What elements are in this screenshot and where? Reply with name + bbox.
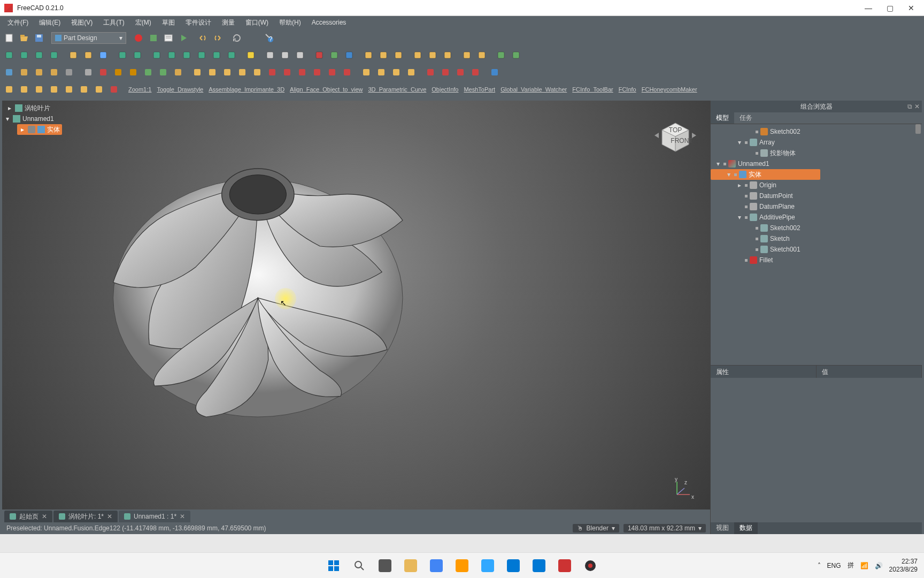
visibility-toggle[interactable] [756,131,758,133]
menu-h[interactable]: 帮助(H) [274,17,306,28]
tree-item[interactable]: Sketch [711,233,922,244]
tray-wifi-icon[interactable]: 📶 [860,562,868,569]
paste-button[interactable] [293,48,307,62]
revolution-button[interactable] [205,65,219,79]
model-tree[interactable]: Sketch002▾Array投影物体▾Unnamed1▾实体▸OriginDa… [711,124,922,365]
menu-[interactable]: 零件设计 [180,17,217,28]
visibility-toggle[interactable] [745,184,748,187]
taskbar-search-button[interactable] [349,555,370,576]
macro-link-objectinfo[interactable]: ObjectInfo [429,85,460,94]
tree-item[interactable]: Sketch002 [711,223,922,233]
sphere-check-button[interactable] [488,65,502,79]
taskbar-taskview-button[interactable] [374,555,396,576]
taskbar-start-button[interactable] [323,555,344,576]
subtractive-box-button[interactable] [107,82,121,96]
iso2-button[interactable] [130,48,144,62]
sync-button[interactable] [116,48,129,62]
part-common-button[interactable] [327,48,341,62]
macro-link-fchoneycombmaker[interactable]: FCHoneycombMaker [640,85,699,94]
new-button[interactable] [2,31,16,45]
macros-button[interactable] [161,31,175,45]
rear-button[interactable] [195,48,209,62]
bottom-button[interactable] [210,48,224,62]
tree-item[interactable]: Fillet [711,255,922,265]
close-icon[interactable]: ✕ [107,513,112,520]
tree-item[interactable]: ▸Origin [711,180,922,191]
line-button[interactable] [96,65,110,79]
tab-data[interactable]: 数据 [734,522,758,534]
chamfer-button[interactable] [438,65,452,79]
execute-macro-button[interactable] [176,31,190,45]
measure-button[interactable] [244,48,258,62]
link-button[interactable] [96,48,110,62]
taskbar-photoshop-button[interactable] [477,555,498,576]
macro-link-meshtopart[interactable]: MeshToPart [461,85,497,94]
taskbar-illustrator-button[interactable] [451,555,473,576]
plane-button[interactable] [111,65,125,79]
subhelix-button[interactable] [340,65,354,79]
taskbar-chrome-button[interactable] [426,555,447,576]
expand-icon[interactable]: ▸ [6,104,13,112]
fillet-button[interactable] [424,65,437,79]
taskbar-obs-button[interactable] [580,555,601,576]
maximize-button[interactable]: ▢ [886,4,894,12]
tray-input[interactable]: 拼 [848,561,854,570]
visibility-icon[interactable] [28,126,35,133]
menu-v[interactable]: 视图(V) [66,17,98,28]
validate-button[interactable] [62,65,76,79]
expand-icon[interactable]: ▾ [736,214,743,221]
additive-prism-button[interactable] [77,82,91,96]
expand-icon[interactable]: ▸ [19,126,26,133]
menu-accessories[interactable]: Accessories [306,18,352,27]
undock-icon[interactable]: ⧉ [907,103,912,110]
pipe-button[interactable] [235,65,249,79]
taskbar-phonelink-button[interactable] [528,555,550,576]
expand-icon[interactable]: ▾ [736,139,743,146]
additive-torus-button[interactable] [62,82,76,96]
copy-button[interactable] [278,48,292,62]
menu-e[interactable]: 编辑(E) [34,17,66,28]
taskbar-explorer-button[interactable] [400,555,421,576]
tree-item[interactable]: Sketch001 [711,244,922,255]
mirror-button[interactable] [359,65,373,79]
expand-icon[interactable]: ▾ [726,171,732,178]
taskbar-edge-button[interactable] [503,555,524,576]
stop-macro-button[interactable] [147,31,160,45]
close-button[interactable]: ✕ [907,4,915,12]
subpipe-button[interactable] [325,65,339,79]
polar-button[interactable] [389,65,403,79]
taskbar-freecad-button[interactable] [554,555,575,576]
additive-box-button[interactable] [2,82,16,96]
tree-item[interactable]: ▾实体 [711,169,820,180]
top-button[interactable] [165,48,179,62]
dimensions-readout[interactable]: 148.03 mm x 92.23 mm ▾ [623,524,706,533]
multi-button[interactable] [404,65,418,79]
tree-item[interactable]: ▾AdditivePipe [711,212,922,223]
box-zoom-button[interactable] [47,48,61,62]
macro-link-fcinfo_toolbar[interactable]: FCInfo_ToolBar [570,85,615,94]
visibility-toggle[interactable] [756,152,758,155]
hole-button[interactable] [280,65,294,79]
additive-cyl-button[interactable] [17,82,31,96]
scrollbar-thumb[interactable] [915,124,921,134]
visibility-toggle[interactable] [745,216,748,219]
tree-item[interactable]: DatumPlane [711,201,922,212]
visibility-toggle[interactable] [745,141,748,144]
nav-left-button[interactable] [66,48,80,62]
visibility-toggle[interactable] [756,248,758,251]
clone-button[interactable] [376,48,390,62]
visibility-toggle[interactable] [723,163,726,165]
tray-chevron-icon[interactable]: ˄ [818,562,821,569]
iso-button[interactable] [32,48,46,62]
tab-model[interactable]: 模型 [711,112,734,124]
tree-item[interactable]: ▾Array [711,137,922,148]
nav-cube[interactable]: TOP FRONT [651,111,699,159]
undo-button[interactable] [196,31,210,45]
visibility-toggle[interactable] [745,206,748,208]
share2-button[interactable] [509,48,523,62]
macro-link-fcinfo[interactable]: FCInfo [617,85,638,94]
macro-link-assemblage_imprimante_3d[interactable]: Assemblage_Imprimante_3D [206,85,287,94]
visibility-toggle[interactable] [756,227,758,230]
close-icon[interactable]: ✕ [914,103,920,110]
lcs-button[interactable] [126,65,140,79]
